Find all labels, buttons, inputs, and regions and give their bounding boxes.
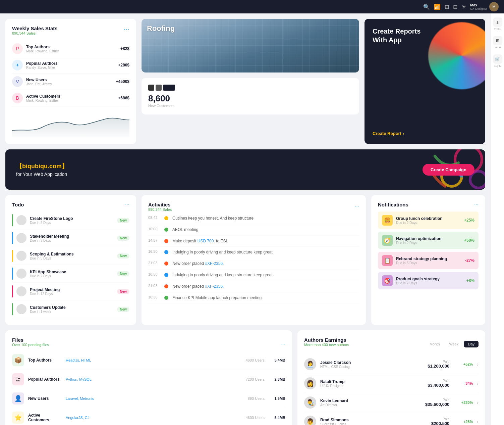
todo-dots-icon[interactable]: ⋯ (125, 202, 129, 207)
todo-avatar-1 (16, 233, 26, 243)
author-avatar-1: 👩 (304, 377, 316, 389)
author-arrow-1[interactable]: › (477, 381, 479, 386)
roofing-card: Roofing (142, 19, 359, 73)
grid-icon[interactable]: ⊟ (453, 4, 457, 10)
author-item: 👨‍🎨 Kevin Leonard Art Director Paid $35,… (304, 393, 479, 412)
stat-name-1: Popular Authors (26, 61, 115, 66)
file-item: 🗂 Popular Authors Python, MySQL 7200 Use… (12, 370, 285, 389)
user-role: UX Designer (470, 7, 487, 10)
right-sidebar-item-prebu[interactable]: ◫ Prebu (493, 17, 502, 31)
act-time-4: 21:03 (148, 261, 160, 265)
todo-info-2: Scoping & Estimations Due in 5 Days (30, 252, 114, 260)
act-link-2[interactable]: USD 700. (198, 239, 215, 243)
roofing-label: Roofing (147, 24, 175, 33)
todo-name-3: KPI App Showcase (30, 270, 114, 274)
right-sidebar-item-get-h[interactable]: ⊞ Get H (493, 36, 502, 49)
notification-item: 🎯 Product goals strategy Due in 7 Days +… (378, 272, 479, 289)
file-name-2: New Users (28, 396, 62, 401)
stat-info-0: Top Authors Mark, Rowling, Esther (26, 45, 117, 53)
layout-icon[interactable]: ⊞ (445, 4, 449, 10)
files-dots-icon[interactable]: ⋯ (281, 341, 285, 346)
search-icon[interactable]: 🔍 (423, 4, 430, 10)
campaign-banner: 【biqubiqu.com】 for Your Web Application … (5, 149, 485, 190)
author-paid-section-3: Paid $200,500 (431, 417, 449, 425)
author-item: 👩 Natali Trump UI/UX Designer Paid $3,40… (304, 374, 479, 393)
author-amount-0: $1,200,000 (428, 364, 449, 369)
author-info-0: Jessie Clarcson HTML, CSS Coding (320, 360, 424, 369)
stat-icon-1: ✈ (12, 60, 23, 70)
file-icon-3: ⭐ (12, 412, 24, 424)
signal-icon[interactable]: 📶 (434, 4, 441, 10)
author-amount-2: $35,600,000 (425, 402, 449, 407)
customer-icons (148, 85, 352, 91)
author-paid-section-2: Paid $35,600,000 (425, 398, 449, 407)
notif-due-1: Due in 2 Days (396, 241, 461, 245)
earnings-title: Authors Earnings (304, 337, 349, 343)
author-change-1: -34% (456, 381, 473, 385)
time-tab-month[interactable]: Month (426, 341, 444, 347)
author-item: 👩‍💼 Jessie Clarcson HTML, CSS Coding Pai… (304, 355, 479, 374)
notification-item: 🍔 Group lunch celebration Due in 2 Days … (378, 211, 479, 229)
user-avatar[interactable]: M (489, 2, 499, 11)
right-sidebar-label-2: Buy N (494, 64, 501, 67)
todo-avatar-3 (16, 269, 26, 279)
right-sidebar-icon-0: ◫ (493, 17, 502, 27)
activity-item: 16:50 Indulging in poorly driving and ke… (148, 247, 359, 258)
file-tech-1: Python, MySQL (66, 377, 234, 381)
activity-item: 10:00 AEOL meeting (148, 224, 359, 236)
sales-chart (12, 110, 129, 137)
notifications-items-list: 🍔 Group lunch celebration Due in 2 Days … (378, 211, 479, 289)
earnings-header: Authors Earnings More than 400 new autho… (304, 337, 479, 351)
stat-icon-0: P (12, 43, 23, 54)
author-arrow-0[interactable]: › (477, 362, 479, 367)
notif-info-1: Navigation optimization Due in 2 Days (396, 236, 461, 245)
act-link-6[interactable]: #XF-2356. (205, 284, 224, 289)
earnings-subtitle: More than 400 new authors (304, 343, 349, 347)
right-sidebar-label-1: Get H (494, 46, 501, 49)
notifications-title: Notifications (378, 202, 408, 207)
act-time-3: 16:50 (148, 249, 160, 253)
author-avatar-3: 👨 (304, 416, 316, 425)
right-sidebar-item-buy-n[interactable]: 🛒 Buy N (493, 54, 502, 67)
notif-icon-3: 🎯 (382, 275, 393, 286)
create-campaign-button[interactable]: Create Campaign (423, 164, 474, 176)
author-change-3: +28% (456, 420, 473, 424)
files-card: Files Over 100 pending files ⋯ 📦 Top Aut… (5, 330, 292, 425)
stat-info-3: Active Customers Mark, Rowling, Esther (26, 94, 115, 102)
activities-title: Activities (148, 202, 172, 207)
author-paid-section-0: Paid $1,200,000 (428, 360, 449, 369)
author-amount-1: $3,400,000 (428, 383, 449, 388)
author-arrow-3[interactable]: › (477, 419, 479, 424)
author-avatar-0: 👩‍💼 (304, 358, 316, 370)
stat-icon-3: B (12, 93, 23, 103)
time-tab-day[interactable]: Day (464, 341, 479, 347)
bottom-row: Todo ⋯ Create FireStone Logo Due in 2 Da… (5, 195, 485, 325)
notif-due-0: Due in 2 Days (396, 221, 461, 225)
activity-item: 21:03 New order placed #XF-2356. (148, 281, 359, 292)
create-report-link[interactable]: Create Report › (373, 131, 477, 136)
file-item: 👤 New Users Laravel, Metronic 890 Users … (12, 389, 285, 408)
act-link-4[interactable]: #XF-2356. (205, 261, 224, 266)
author-paid-label-1: Paid (428, 379, 449, 383)
author-role-1: UI/UX Designer (320, 384, 424, 388)
todo-info-3: KPI App Showcase Due in 2 Days (30, 270, 114, 278)
file-users-1: 7200 Users (238, 377, 265, 381)
todo-info-4: Project Meeting Due in 12 Days (30, 287, 114, 296)
sun-icon[interactable]: ☀ (461, 4, 466, 10)
stat-icon-2: V (12, 76, 23, 87)
todo-badge-1: New (117, 236, 129, 241)
file-name-3: Active Customers (28, 413, 62, 422)
file-item: 📦 Top Authors ReactJs, HTML 4600 Users 5… (12, 351, 285, 370)
activities-dots-icon[interactable]: ⋯ (355, 204, 359, 209)
notifications-dots-icon[interactable]: ⋯ (474, 202, 479, 207)
act-time-0: 08:42 (148, 216, 160, 220)
act-text-4: New order placed #XF-2356. (172, 261, 224, 267)
sales-dots-icon[interactable]: ⋯ (123, 26, 129, 33)
todo-name-0: Create FireStone Logo (30, 216, 114, 221)
time-tab-week[interactable]: Week (445, 341, 463, 347)
notif-info-0: Group lunch celebration Due in 2 Days (396, 216, 461, 225)
file-name-0: Top Authors (28, 358, 62, 363)
user-profile[interactable]: Max UX Designer M (470, 2, 499, 11)
todo-item: KPI App Showcase Due in 2 Days New (12, 265, 129, 283)
author-arrow-2[interactable]: › (477, 400, 479, 405)
